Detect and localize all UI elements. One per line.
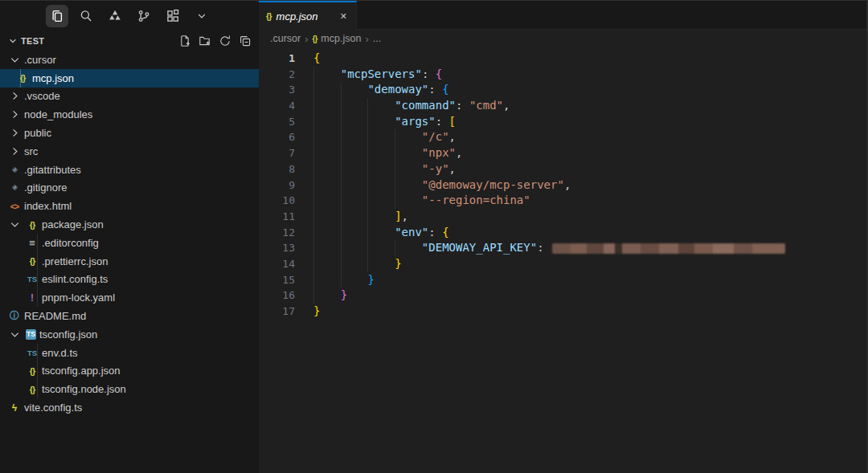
file-tree: .cursor{}mcp.json.vscodenode_modulespubl… [0, 51, 259, 473]
more-views-chevron-icon[interactable] [190, 5, 213, 27]
tree-item-vite-config-ts[interactable]: ϟvite.config.ts [0, 398, 259, 417]
indent-guide [341, 240, 342, 256]
code-line-13[interactable]: 13 "DEMOWAY_API_KEY": [259, 240, 866, 256]
refresh-icon[interactable] [218, 34, 232, 48]
tree-item--vscode[interactable]: .vscode [0, 88, 259, 106]
code-line-10[interactable]: 10 "--region=china" [259, 193, 866, 209]
source-control-icon[interactable] [133, 5, 155, 27]
tree-item-label: pnpm-lock.yaml [42, 292, 115, 304]
line-content: "@demoway/mcp-server", [313, 177, 571, 194]
breadcrumb-item-mcp-json[interactable]: mcp.json [321, 33, 361, 44]
tree-item--editorconfig[interactable]: ≡.editorconfig [0, 234, 259, 252]
line-content: "mcpServers": { [313, 67, 442, 83]
indent-guide [313, 225, 314, 241]
indent-guide [367, 145, 368, 161]
code-line-12[interactable]: 12 "env": { [259, 225, 866, 241]
tree-item--cursor[interactable]: .cursor [0, 51, 259, 69]
indent-guide [341, 129, 342, 145]
chevron-right-icon [8, 145, 21, 157]
indent-guide [313, 256, 314, 272]
tree-item-eslint-config-ts[interactable]: TSeslint.config.ts [0, 271, 259, 289]
line-content: "-y", [313, 161, 456, 177]
tree-item-label: mcp.json [32, 72, 74, 84]
line-number: 12 [259, 225, 295, 241]
collapse-folders-icon[interactable] [238, 34, 252, 48]
chevron-right-icon [8, 127, 21, 140]
indent-guide [313, 82, 314, 98]
tree-item-package-json[interactable]: {}package.json [0, 215, 259, 234]
tree-item-public[interactable]: public [0, 124, 259, 142]
new-folder-icon[interactable] [198, 34, 212, 48]
tree-item-readme-md[interactable]: ⓘREADME.md [0, 307, 259, 325]
code-line-1[interactable]: 1{ [259, 51, 866, 67]
indent-guide [313, 287, 314, 304]
redacted-api-key-value [552, 243, 785, 254]
tree-item--gitignore[interactable]: .gitignore [0, 179, 259, 198]
indent-guide [313, 145, 314, 161]
indent-guide [313, 98, 314, 114]
code-line-7[interactable]: 7 "npx", [259, 145, 866, 161]
tree-item-mcp-json[interactable]: {}mcp.json [0, 69, 259, 88]
code-line-3[interactable]: 3 "demoway": { [259, 82, 866, 98]
indent-guide [367, 240, 368, 256]
tree-item-pnpm-lock-yaml[interactable]: !pnpm-lock.yaml [0, 288, 259, 307]
indent-guide [313, 272, 314, 288]
indent-guide [313, 129, 314, 145]
explorer-icon[interactable] [46, 5, 68, 27]
code-line-11[interactable]: 11 ], [259, 209, 866, 225]
indent-guide [395, 145, 395, 161]
line-number: 10 [259, 193, 295, 209]
line-number: 16 [259, 287, 295, 304]
extensions-icon[interactable] [162, 5, 184, 27]
code-line-9[interactable]: 9 "@demoway/mcp-server", [259, 177, 866, 194]
line-content: ], [313, 209, 408, 225]
search-icon[interactable] [75, 5, 97, 27]
close-icon[interactable]: ✕ [338, 10, 349, 22]
tree-item-tsconfig-node-json[interactable]: {}tsconfig.node.json [0, 380, 259, 398]
tree-item-label: .cursor [24, 54, 56, 66]
line-content: "/c", [313, 129, 456, 145]
tree-item--prettierrc-json[interactable]: {}.prettierrc.json [0, 252, 259, 271]
code-line-6[interactable]: 6 "/c", [259, 129, 866, 145]
indent-guide [341, 225, 342, 241]
code-editor[interactable]: 1{2 "mcpServers": {3 "demoway": {4 "comm… [259, 47, 866, 473]
code-line-16[interactable]: 16 } [259, 287, 866, 304]
code-line-15[interactable]: 15 } [259, 272, 866, 288]
git-file-icon [8, 182, 21, 193]
tree-item--gitattributes[interactable]: .gitattributes [0, 161, 259, 179]
line-number: 11 [259, 209, 295, 225]
new-file-icon[interactable] [178, 34, 192, 48]
tree-item-index-html[interactable]: <>index.html [0, 197, 259, 215]
code-line-8[interactable]: 8 "-y", [259, 161, 866, 177]
tree-item-label: .gitignore [24, 181, 67, 194]
tree-item-env-d-ts[interactable]: TSenv.d.ts [0, 344, 259, 362]
line-number: 15 [259, 272, 295, 288]
tree-item-src[interactable]: src [0, 142, 259, 161]
mcp-extension-icon[interactable] [104, 5, 126, 27]
code-line-17[interactable]: 17} [259, 304, 866, 320]
project-name: TEST [21, 36, 44, 46]
breadcrumb-item-cursor[interactable]: .cursor [270, 33, 301, 44]
activity-bar [0, 1, 259, 31]
chevron-right-icon: › [305, 33, 308, 45]
code-line-14[interactable]: 14 } [259, 256, 866, 272]
line-content: } [313, 272, 375, 288]
indent-guide [341, 256, 342, 272]
code-line-5[interactable]: 5 "args": [ [259, 114, 866, 130]
tree-item-tsconfig-json[interactable]: TStsconfig.json [0, 325, 259, 344]
tree-item-node-modules[interactable]: node_modules [0, 105, 259, 124]
tree-item-label: .vscode [24, 90, 60, 102]
breadcrumb-item-symbols[interactable]: ... [373, 33, 381, 44]
indent-guide [395, 240, 395, 256]
code-line-2[interactable]: 2 "mcpServers": { [259, 67, 866, 83]
tree-item-tsconfig-app-json[interactable]: {}tsconfig.app.json [0, 362, 259, 381]
code-line-4[interactable]: 4 "command": "cmd", [259, 98, 866, 114]
indent-guide [341, 114, 342, 130]
indent-guide [367, 177, 368, 194]
explorer-section-header[interactable]: TEST [0, 31, 259, 51]
tab-label: mcp.json [276, 10, 318, 22]
line-content: { [313, 51, 320, 67]
tab-bar: {} mcp.json ✕ [259, 1, 866, 30]
tab-mcp-json[interactable]: {} mcp.json ✕ [259, 1, 357, 30]
chevron-down-icon [8, 328, 21, 340]
